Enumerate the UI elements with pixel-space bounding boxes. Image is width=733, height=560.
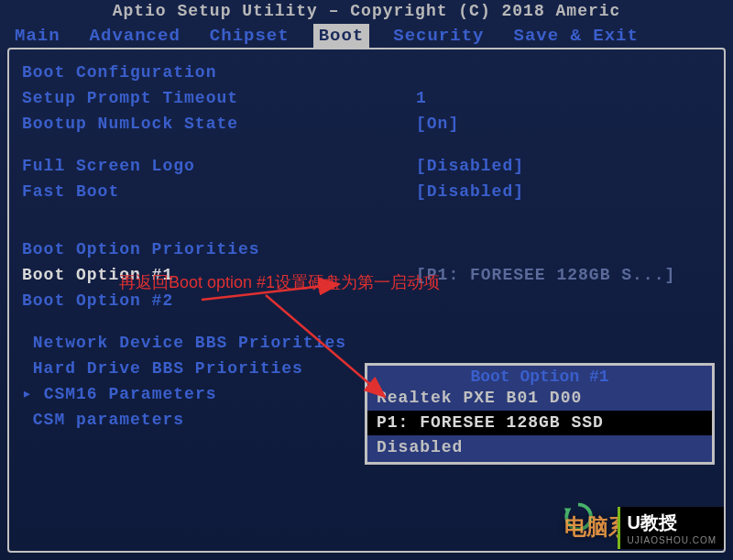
popup-item-realtek[interactable]: Realtek PXE B01 D00: [367, 386, 712, 411]
csm16-label: CSM16 Parameters: [44, 385, 217, 403]
submenu-arrow-icon: [22, 411, 33, 429]
watermark-u-main: U教授: [628, 512, 677, 533]
bootup-numlock-label: Bootup NumLock State: [22, 112, 416, 137]
full-screen-logo-label: Full Screen Logo: [22, 154, 416, 180]
full-screen-logo-row[interactable]: Full Screen Logo [Disabled]: [22, 154, 711, 180]
menu-security[interactable]: Security: [388, 24, 489, 48]
submenu-arrow-icon: ▸: [22, 385, 33, 403]
setup-prompt-timeout-value: 1: [416, 86, 427, 112]
submenu-arrow-icon: [22, 334, 33, 352]
submenu-arrow-icon: [22, 359, 33, 378]
popup-title: Boot Option #1: [470, 368, 608, 386]
fast-boot-value: [Disabled]: [416, 180, 524, 205]
boot-config-header: Boot Configuration: [22, 60, 711, 86]
harddrive-bbs-label: Hard Drive BBS Priorities: [33, 359, 303, 378]
bios-screen: Aptio Setup Utility – Copyright (C) 2018…: [0, 0, 733, 560]
network-bbs-label: Network Device BBS Priorities: [33, 334, 346, 352]
bootup-numlock-value: [On]: [416, 112, 459, 137]
menu-bar: Main Advanced Chipset Boot Security Save…: [0, 20, 733, 51]
boot-option-popup: Boot Option #1 Realtek PXE B01 D00 P1: F…: [365, 363, 715, 465]
setup-prompt-timeout-row[interactable]: Setup Prompt Timeout 1: [22, 86, 711, 112]
popup-item-foresee-ssd[interactable]: P1: FORESEE 128GB SSD: [367, 411, 712, 435]
menu-main[interactable]: Main: [9, 24, 66, 48]
full-screen-logo-value: [Disabled]: [416, 154, 524, 180]
watermark-u-logo: U教授 UJIAOSHOU.COM: [618, 507, 724, 549]
setup-prompt-timeout-label: Setup Prompt Timeout: [22, 86, 416, 112]
bios-title: Aptio Setup Utility – Copyright (C) 2018…: [0, 0, 733, 20]
watermark-u-sub: UJIAOSHOU.COM: [628, 535, 717, 545]
content-frame: Boot Configuration Setup Prompt Timeout …: [7, 48, 726, 553]
bootup-numlock-row[interactable]: Bootup NumLock State [On]: [22, 112, 711, 137]
popup-item-disabled[interactable]: Disabled: [367, 435, 712, 460]
menu-boot[interactable]: Boot: [313, 24, 370, 48]
menu-save-exit[interactable]: Save & Exit: [508, 24, 643, 48]
boot-option-1-value: [P1: FORESEE 128GB S...]: [416, 263, 675, 289]
csm-label: CSM parameters: [33, 411, 184, 429]
annotation-text: 再返回Boot option #1设置硬盘为第一启动项: [119, 271, 440, 293]
fast-boot-label: Fast Boot: [22, 180, 416, 205]
menu-chipset[interactable]: Chipset: [204, 24, 295, 48]
menu-advanced[interactable]: Advanced: [84, 24, 186, 48]
boot-priorities-header: Boot Option Priorities: [22, 237, 711, 263]
network-bbs-submenu[interactable]: Network Device BBS Priorities: [22, 331, 711, 357]
fast-boot-row[interactable]: Fast Boot [Disabled]: [22, 180, 711, 205]
